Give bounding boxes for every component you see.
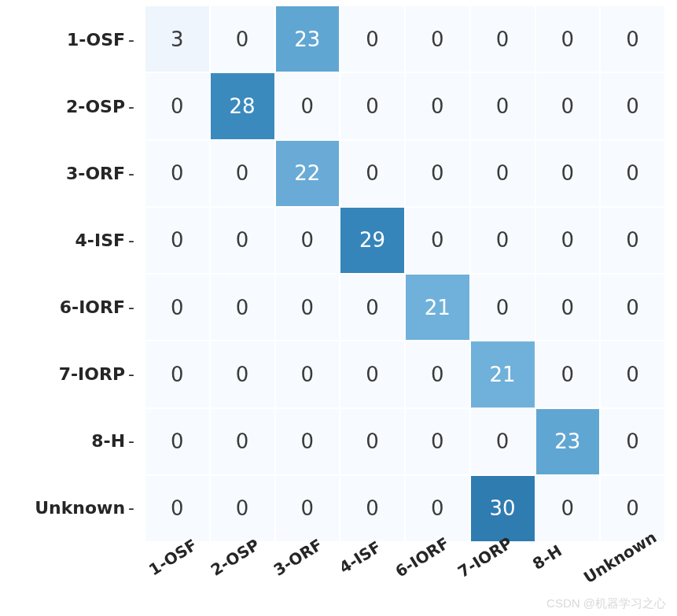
- heatmap-cell: 0: [145, 73, 209, 138]
- y-axis-label: 7-IORP -: [0, 341, 138, 408]
- heatmap-cell: 0: [601, 275, 664, 340]
- heatmap-cell: 0: [536, 476, 600, 541]
- heatmap-cell: 0: [276, 476, 340, 541]
- heatmap-cell: 0: [536, 208, 600, 273]
- heatmap-cell: 0: [601, 409, 664, 474]
- heatmap-cell: 0: [211, 275, 274, 340]
- heatmap-cell: 0: [340, 6, 404, 72]
- heatmap-cell: 0: [145, 476, 209, 541]
- y-axis-label: 2-OSP -: [0, 73, 138, 140]
- heatmap-cell: 0: [211, 141, 274, 206]
- heatmap-cell: 0: [211, 6, 274, 72]
- heatmap-cell: 0: [340, 141, 404, 206]
- heatmap-cell: 0: [276, 341, 340, 407]
- heatmap-cell: 0: [211, 341, 274, 407]
- y-axis-label: 8-H -: [0, 408, 138, 474]
- heatmap-cell: 0: [536, 141, 600, 206]
- heatmap-cell: 0: [601, 6, 664, 72]
- heatmap-cell: 0: [340, 73, 404, 138]
- heatmap-cell: 22: [276, 141, 340, 206]
- heatmap-cell: 0: [276, 409, 340, 474]
- heatmap-cell: 0: [471, 275, 535, 340]
- heatmap-cell: 0: [340, 476, 404, 541]
- heatmap-cell: 0: [536, 341, 600, 407]
- y-axis-label: 4-ISF -: [0, 207, 138, 274]
- heatmap-cell: 0: [340, 409, 404, 474]
- heatmap-cell: 0: [471, 208, 535, 273]
- heatmap-cell: 28: [211, 73, 274, 138]
- heatmap-cell: 23: [536, 409, 600, 474]
- heatmap-cell: 0: [145, 141, 209, 206]
- heatmap-cell: 0: [276, 73, 340, 138]
- heatmap-cell: 0: [406, 341, 469, 407]
- heatmap-cell: 0: [145, 341, 209, 407]
- heatmap-cell: 3: [145, 6, 209, 72]
- heatmap-cell: 0: [406, 6, 469, 72]
- heatmap-cell: 0: [471, 141, 535, 206]
- heatmap-cell: 0: [276, 208, 340, 273]
- heatmap-cell: 0: [145, 275, 209, 340]
- heatmap-cell: 0: [211, 208, 274, 273]
- x-axis-labels: 1-OSF2-OSP3-ORF4-ISF6-IORF7-IORP8-HUnkno…: [145, 547, 664, 602]
- heatmap-cell: 0: [406, 409, 469, 474]
- heatmap-cell: 0: [211, 409, 274, 474]
- y-axis-label: 1-OSF -: [0, 6, 138, 73]
- heatmap-cell: 0: [536, 275, 600, 340]
- heatmap-cell: 30: [471, 476, 535, 541]
- heatmap-cell: 21: [406, 275, 469, 340]
- heatmap-cell: 0: [145, 208, 209, 273]
- heatmap-cell: 0: [145, 409, 209, 474]
- heatmap-cell: 0: [340, 275, 404, 340]
- heatmap-cell: 0: [471, 6, 535, 72]
- heatmap-cell: 0: [340, 341, 404, 407]
- heatmap-cell: 0: [406, 208, 469, 273]
- heatmap-cell: 0: [471, 73, 535, 138]
- heatmap-cell: 0: [536, 73, 600, 138]
- heatmap-cell: 21: [471, 341, 535, 407]
- heatmap-cell: 29: [340, 208, 404, 273]
- heatmap-cell: 0: [276, 275, 340, 340]
- heatmap-cell: 0: [536, 6, 600, 72]
- heatmap-grid: 3023000000280000000022000000002900000000…: [145, 6, 664, 541]
- y-axis-label: 3-ORF -: [0, 140, 138, 207]
- heatmap-cell: 0: [601, 141, 664, 206]
- heatmap-cell: 0: [471, 409, 535, 474]
- heatmap-cell: 23: [276, 6, 340, 72]
- heatmap-cell: 0: [406, 141, 469, 206]
- heatmap-cell: 0: [601, 208, 664, 273]
- heatmap-cell: 0: [406, 476, 469, 541]
- y-axis-labels: 1-OSF -2-OSP -3-ORF -4-ISF -6-IORF -7-IO…: [0, 6, 138, 541]
- y-axis-label: 6-IORF -: [0, 274, 138, 341]
- heatmap-cell: 0: [601, 341, 664, 407]
- y-axis-label: Unknown -: [0, 474, 138, 541]
- heatmap-cell: 0: [601, 73, 664, 138]
- heatmap-cell: 0: [406, 73, 469, 138]
- watermark-text: CSDN @机器学习之心: [546, 596, 666, 611]
- heatmap-cell: 0: [211, 476, 274, 541]
- heatmap-cell: 0: [601, 476, 664, 541]
